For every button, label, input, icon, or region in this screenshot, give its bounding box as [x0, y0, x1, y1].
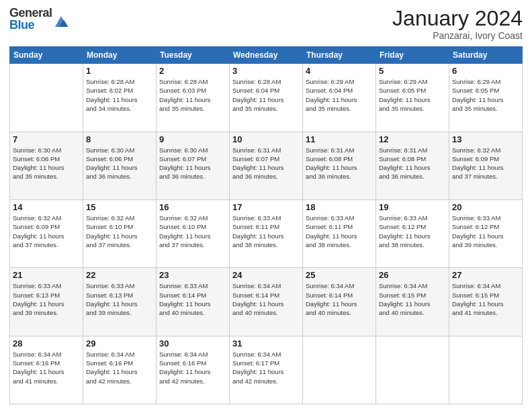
day-number: 31	[232, 338, 300, 349]
day-number: 25	[306, 270, 373, 280]
table-row: 15Sunrise: 6:32 AMSunset: 6:10 PMDayligh…	[83, 199, 157, 267]
day-number: 14	[13, 202, 80, 212]
table-row: 16Sunrise: 6:32 AMSunset: 6:10 PMDayligh…	[157, 199, 230, 267]
table-row: 20Sunrise: 6:33 AMSunset: 6:12 PMDayligh…	[449, 199, 523, 267]
table-row: 13Sunrise: 6:32 AMSunset: 6:09 PMDayligh…	[449, 132, 523, 199]
table-row	[10, 64, 83, 132]
title-block: January 2024 Panzarai, Ivory Coast	[392, 7, 523, 41]
cell-info: Sunrise: 6:34 AMSunset: 6:16 PMDaylight:…	[86, 350, 153, 385]
day-number: 18	[306, 202, 373, 212]
logo-general: General	[9, 7, 52, 19]
day-number: 12	[379, 134, 446, 144]
table-row: 30Sunrise: 6:34 AMSunset: 6:16 PMDayligh…	[157, 336, 230, 404]
day-number: 20	[452, 202, 519, 212]
cell-info: Sunrise: 6:28 AMSunset: 6:04 PMDaylight:…	[232, 77, 300, 113]
day-number: 4	[306, 66, 373, 76]
cell-info: Sunrise: 6:33 AMSunset: 6:11 PMDaylight:…	[306, 214, 373, 249]
day-number: 10	[232, 134, 300, 144]
cell-info: Sunrise: 6:29 AMSunset: 6:05 PMDaylight:…	[452, 77, 519, 113]
table-row: 14Sunrise: 6:32 AMSunset: 6:09 PMDayligh…	[10, 199, 83, 267]
cell-info: Sunrise: 6:34 AMSunset: 6:14 PMDaylight:…	[232, 281, 300, 317]
table-row: 3Sunrise: 6:28 AMSunset: 6:04 PMDaylight…	[230, 64, 303, 132]
day-number: 5	[379, 66, 446, 76]
table-row: 2Sunrise: 6:28 AMSunset: 6:03 PMDaylight…	[157, 64, 230, 132]
day-number: 9	[159, 134, 226, 144]
cell-info: Sunrise: 6:34 AMSunset: 6:15 PMDaylight:…	[452, 281, 519, 317]
month-title: January 2024	[392, 7, 523, 30]
logo-blue: Blue	[9, 19, 52, 31]
day-number: 1	[86, 66, 153, 76]
header: General Blue January 2024 Panzarai, Ivor…	[9, 7, 523, 41]
table-row: 11Sunrise: 6:31 AMSunset: 6:08 PMDayligh…	[303, 132, 376, 199]
cell-info: Sunrise: 6:29 AMSunset: 6:04 PMDaylight:…	[306, 77, 373, 113]
day-number: 7	[13, 134, 80, 144]
cell-info: Sunrise: 6:33 AMSunset: 6:12 PMDaylight:…	[379, 214, 446, 249]
table-row: 28Sunrise: 6:34 AMSunset: 6:16 PMDayligh…	[10, 336, 83, 404]
table-row: 19Sunrise: 6:33 AMSunset: 6:12 PMDayligh…	[376, 199, 449, 267]
table-row: 27Sunrise: 6:34 AMSunset: 6:15 PMDayligh…	[449, 268, 523, 336]
cell-info: Sunrise: 6:34 AMSunset: 6:14 PMDaylight:…	[306, 281, 373, 317]
col-tuesday: Tuesday	[157, 47, 230, 64]
cell-info: Sunrise: 6:33 AMSunset: 6:11 PMDaylight:…	[232, 214, 300, 249]
day-number: 3	[232, 66, 300, 76]
calendar-header-row: Sunday Monday Tuesday Wednesday Thursday…	[10, 47, 523, 64]
day-number: 28	[13, 338, 80, 349]
table-row: 5Sunrise: 6:29 AMSunset: 6:05 PMDaylight…	[376, 64, 449, 132]
cell-info: Sunrise: 6:32 AMSunset: 6:09 PMDaylight:…	[452, 146, 519, 181]
cell-info: Sunrise: 6:29 AMSunset: 6:05 PMDaylight:…	[379, 77, 446, 113]
day-number: 22	[86, 270, 153, 280]
day-number: 11	[306, 134, 373, 144]
table-row: 31Sunrise: 6:34 AMSunset: 6:17 PMDayligh…	[230, 336, 303, 404]
col-wednesday: Wednesday	[230, 47, 303, 64]
table-row: 21Sunrise: 6:33 AMSunset: 6:13 PMDayligh…	[10, 268, 83, 336]
day-number: 21	[13, 270, 80, 280]
cell-info: Sunrise: 6:34 AMSunset: 6:16 PMDaylight:…	[159, 350, 226, 385]
day-number: 23	[159, 270, 226, 280]
table-row: 4Sunrise: 6:29 AMSunset: 6:04 PMDaylight…	[303, 64, 376, 132]
table-row: 23Sunrise: 6:33 AMSunset: 6:14 PMDayligh…	[157, 268, 230, 336]
calendar-table: Sunday Monday Tuesday Wednesday Thursday…	[9, 46, 523, 404]
table-row: 12Sunrise: 6:31 AMSunset: 6:08 PMDayligh…	[376, 132, 449, 199]
day-number: 8	[86, 134, 153, 144]
cell-info: Sunrise: 6:34 AMSunset: 6:17 PMDaylight:…	[232, 350, 300, 385]
day-number: 19	[379, 202, 446, 212]
day-number: 13	[452, 134, 519, 144]
day-number: 29	[86, 338, 153, 349]
logo-text: General Blue	[9, 7, 52, 31]
col-saturday: Saturday	[449, 47, 523, 64]
cell-info: Sunrise: 6:30 AMSunset: 6:06 PMDaylight:…	[13, 146, 80, 181]
table-row: 25Sunrise: 6:34 AMSunset: 6:14 PMDayligh…	[303, 268, 376, 336]
table-row: 1Sunrise: 6:28 AMSunset: 6:02 PMDaylight…	[83, 64, 157, 132]
col-sunday: Sunday	[10, 47, 83, 64]
day-number: 6	[452, 66, 519, 76]
cell-info: Sunrise: 6:33 AMSunset: 6:14 PMDaylight:…	[159, 281, 226, 317]
table-row: 26Sunrise: 6:34 AMSunset: 6:15 PMDayligh…	[376, 268, 449, 336]
cell-info: Sunrise: 6:33 AMSunset: 6:12 PMDaylight:…	[452, 214, 519, 249]
calendar-week-row: 21Sunrise: 6:33 AMSunset: 6:13 PMDayligh…	[10, 268, 523, 336]
logo-icon	[54, 13, 69, 30]
table-row	[303, 336, 376, 404]
calendar-week-row: 28Sunrise: 6:34 AMSunset: 6:16 PMDayligh…	[10, 336, 523, 404]
table-row: 8Sunrise: 6:30 AMSunset: 6:06 PMDaylight…	[83, 132, 157, 199]
calendar-week-row: 7Sunrise: 6:30 AMSunset: 6:06 PMDaylight…	[10, 132, 523, 199]
table-row: 7Sunrise: 6:30 AMSunset: 6:06 PMDaylight…	[10, 132, 83, 199]
cell-info: Sunrise: 6:31 AMSunset: 6:07 PMDaylight:…	[232, 146, 300, 181]
day-number: 24	[232, 270, 300, 280]
cell-info: Sunrise: 6:32 AMSunset: 6:09 PMDaylight:…	[13, 214, 80, 249]
table-row	[376, 336, 449, 404]
day-number: 27	[452, 270, 519, 280]
cell-info: Sunrise: 6:33 AMSunset: 6:13 PMDaylight:…	[13, 281, 80, 317]
col-thursday: Thursday	[303, 47, 376, 64]
cell-info: Sunrise: 6:31 AMSunset: 6:08 PMDaylight:…	[306, 146, 373, 181]
table-row: 10Sunrise: 6:31 AMSunset: 6:07 PMDayligh…	[230, 132, 303, 199]
day-number: 30	[159, 338, 226, 349]
table-row: 17Sunrise: 6:33 AMSunset: 6:11 PMDayligh…	[230, 199, 303, 267]
page: General Blue January 2024 Panzarai, Ivor…	[0, 0, 532, 411]
col-monday: Monday	[83, 47, 157, 64]
cell-info: Sunrise: 6:32 AMSunset: 6:10 PMDaylight:…	[86, 214, 153, 249]
day-number: 2	[159, 66, 226, 76]
cell-info: Sunrise: 6:34 AMSunset: 6:15 PMDaylight:…	[379, 281, 446, 317]
table-row: 6Sunrise: 6:29 AMSunset: 6:05 PMDaylight…	[449, 64, 523, 132]
table-row	[449, 336, 523, 404]
cell-info: Sunrise: 6:28 AMSunset: 6:03 PMDaylight:…	[159, 77, 226, 113]
